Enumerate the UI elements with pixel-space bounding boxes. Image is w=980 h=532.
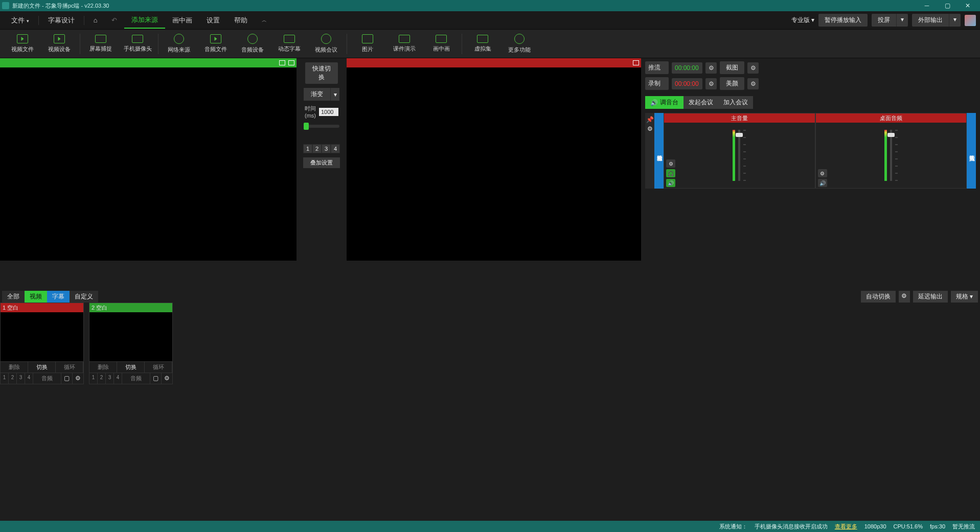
tool-presentation[interactable]: 课件演示 [386,33,423,55]
output-audio-label[interactable]: 输出音频 [654,113,664,189]
scene1-n1[interactable]: 1 [1,373,9,384]
view-more-link[interactable]: 查看更多 [835,523,857,530]
minimize-button[interactable]: ─ [917,0,937,11]
tab-video[interactable]: 视频 [25,291,47,303]
tool-phone-camera[interactable]: 手机摄像头 [119,33,156,55]
menu-subtitle-design[interactable]: 字幕设计 [41,13,82,28]
auto-switch-gear-icon[interactable]: ⚙ [899,291,910,303]
scene1-audio[interactable]: 音频 [33,373,61,384]
time-input[interactable] [319,108,338,116]
menu-home-icon[interactable]: ⌂ [86,13,105,27]
preview-monitor-icon[interactable] [279,60,285,65]
avatar[interactable] [965,15,976,26]
program-monitor-icon[interactable] [633,60,639,65]
tab-all[interactable]: 全部 [2,291,25,303]
desktop-gear-icon[interactable]: ⚙ [818,169,827,177]
spec-button[interactable]: 规格 ▾ [951,291,978,303]
tool-network-source[interactable]: 网络来源 [161,32,197,56]
beauty-gear-icon[interactable]: ⚙ [747,78,759,89]
scene1-n4[interactable]: 4 [25,373,33,384]
tool-virtual-set[interactable]: 虚拟集 [464,33,501,55]
scene1-gear-icon[interactable]: ⚙ [72,373,83,384]
scene2-n3[interactable]: 3 [106,373,114,384]
menu-file[interactable]: 文件 ▾ [4,13,36,28]
main-speaker-icon[interactable]: 🔊 [666,179,675,187]
desktop-speaker-icon[interactable]: 🔊 [818,179,827,187]
scene2-monitor-icon[interactable]: ▢ [150,373,161,384]
scene2-n2[interactable]: 2 [98,373,106,384]
pause-input-button[interactable]: 暂停播放输入 [818,14,868,27]
scene2-n1[interactable]: 1 [89,373,98,384]
pin-icon[interactable]: 📌 [646,116,654,123]
tool-video-device[interactable]: 视频设备 [41,32,78,55]
tab-mixer[interactable]: 🔊调音台 [645,96,683,109]
main-fader[interactable] [738,130,740,181]
overlay-settings-button[interactable]: 叠加设置 [303,157,340,168]
overlay-1[interactable]: 1 [303,144,312,153]
menu-more[interactable]: ︿ [255,14,274,27]
external-dropdown[interactable]: ▾ [949,14,961,27]
tool-video-file[interactable]: 视频文件 [4,32,41,55]
record-gear-icon[interactable]: ⚙ [705,78,717,89]
menu-pip[interactable]: 画中画 [165,13,199,28]
transition-slider[interactable] [304,125,339,128]
scene1-switch[interactable]: 切换 [28,362,56,373]
menu-add-source[interactable]: 添加来源 [124,12,165,29]
scene1-delete[interactable]: 删除 [1,362,28,373]
cast-dropdown[interactable]: ▾ [896,14,908,27]
menu-undo-icon[interactable]: ↶ [104,13,124,27]
tool-dynamic-subtitle[interactable]: 动态字幕 [271,33,308,55]
scene2-audio[interactable]: 音频 [122,373,150,384]
tool-audio-file[interactable]: 音频文件 [197,32,234,55]
tab-subtitle[interactable]: 字幕 [47,291,70,303]
tab-join-meeting[interactable]: 加入会议 [718,96,753,109]
tool-image[interactable]: 图片 [349,32,386,55]
tool-audio-device[interactable]: 音频设备 [234,32,271,56]
menu-help[interactable]: 帮助 [227,13,255,28]
stream-gear-icon[interactable]: ⚙ [705,62,717,74]
screenshot-button[interactable]: 截图 [720,61,744,74]
tool-video-meeting[interactable]: 视频会议 [308,32,345,56]
scene-card-1[interactable]: 1 空白 删除 切换 循环 1 2 3 4 音频 ▢ ⚙ [0,303,84,384]
pro-badge[interactable]: 专业版 ▾ [791,16,814,25]
beauty-button[interactable]: 美颜 [720,77,744,90]
external-output-button[interactable]: 外部输出 ▾ [912,14,961,27]
tab-create-meeting[interactable]: 发起会议 [683,96,718,109]
close-button[interactable]: ✕ [958,0,978,11]
preview-panel[interactable] [0,58,297,261]
tab-custom[interactable]: 自定义 [70,291,98,303]
cast-button[interactable]: 投屏 ▾ [872,14,908,27]
scene2-delete[interactable]: 删除 [89,362,117,373]
main-headphone-icon[interactable]: 🎧 [666,169,675,177]
stream-label[interactable]: 推流 [645,61,669,74]
overlay-3[interactable]: 3 [322,144,331,153]
menu-settings[interactable]: 设置 [199,13,227,28]
delay-output-button[interactable]: 延迟输出 [913,291,948,303]
scene2-switch[interactable]: 切换 [117,362,145,373]
quick-switch-button[interactable]: 快速切换 [305,62,338,84]
scene-card-2[interactable]: 2 空白 删除 切换 循环 1 2 3 4 音频 ▢ ⚙ [89,303,173,384]
screenshot-gear-icon[interactable]: ⚙ [747,62,759,74]
pin-gear-icon[interactable]: ⚙ [647,125,653,132]
desktop-fader[interactable] [890,130,892,181]
scene2-loop[interactable]: 循环 [145,362,172,373]
scene1-n3[interactable]: 3 [17,373,25,384]
scene1-loop[interactable]: 循环 [56,362,83,373]
program-panel[interactable] [347,58,641,261]
tool-pip[interactable]: 画中画 [423,33,460,55]
overlay-2[interactable]: 2 [312,144,322,153]
scene1-monitor-icon[interactable]: ▢ [61,373,72,384]
preview-expand-icon[interactable] [288,60,294,65]
transition-type-select[interactable]: 渐变 ▾ [304,88,339,101]
scene2-n4[interactable]: 4 [114,373,122,384]
chevron-down-icon[interactable]: ▾ [330,88,339,101]
tool-screen-capture[interactable]: 屏幕捕捉 [82,33,119,55]
scene2-gear-icon[interactable]: ⚙ [161,373,172,384]
auto-switch-button[interactable]: 自动切换 [861,291,896,303]
tool-more[interactable]: 更多功能 [501,32,538,56]
overlay-4[interactable]: 4 [331,144,340,153]
record-label[interactable]: 录制 [645,77,669,90]
input-audio-label[interactable]: 输入音频 [967,113,976,189]
scene1-n2[interactable]: 2 [9,373,17,384]
maximize-button[interactable]: ▢ [937,0,958,11]
